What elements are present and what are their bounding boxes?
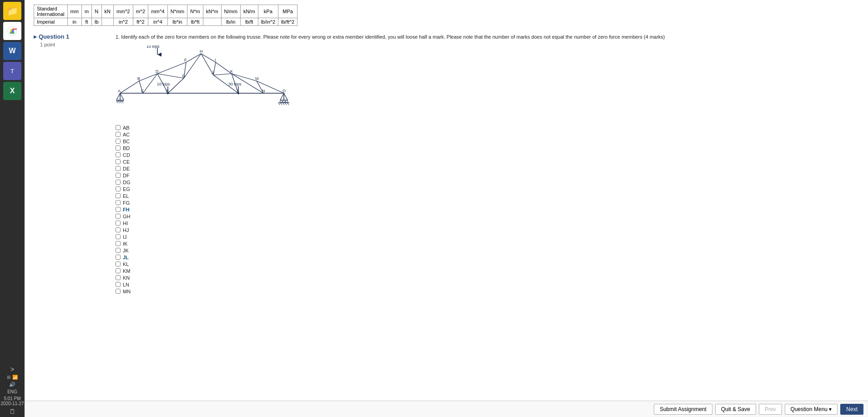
checkbox-label-mn: MN (123, 289, 131, 294)
question-label: Question 1 (34, 33, 106, 40)
checkbox-item-bd: BD (116, 146, 859, 151)
bottom-bar: Submit Assignment Quit & Save Prev Quest… (25, 401, 868, 417)
checkbox-label-cd: CD (123, 152, 130, 158)
checkbox-label-fg: FG (123, 200, 130, 206)
checkbox-ab[interactable] (116, 125, 121, 130)
node-J: J (212, 70, 214, 75)
checkbox-el[interactable] (116, 193, 121, 198)
content-area: StandardInternational mm m N kN mm^2 m^2… (25, 0, 868, 401)
files-icon[interactable]: 📁 (3, 2, 21, 20)
notification-icon[interactable]: 🗒 (9, 408, 15, 415)
checkbox-mn[interactable] (116, 289, 121, 294)
svg-line-15 (278, 103, 280, 105)
checkbox-label-gh: GH (123, 214, 131, 219)
quit-save-button[interactable]: Quit & Save (715, 404, 756, 415)
checkbox-gh[interactable] (116, 214, 121, 219)
unit-N: N (92, 5, 102, 18)
checkbox-ik[interactable] (116, 241, 121, 246)
truss-diagram: A B C D E F G H I J K L M N O (116, 45, 859, 116)
taskbar-icons: ⊞📶 (7, 375, 18, 380)
checkbox-fh[interactable] (116, 207, 121, 212)
checkbox-ij[interactable] (116, 234, 121, 239)
checkbox-item-dg: DG (116, 180, 859, 185)
node-D: D (156, 69, 159, 74)
next-button[interactable]: Next (840, 404, 863, 415)
checkbox-label-kl: KL (123, 261, 129, 267)
question-menu-button[interactable]: Question Menu ▾ (785, 404, 838, 415)
svg-line-16 (281, 103, 282, 105)
checkbox-fg[interactable] (116, 200, 121, 205)
units-table: StandardInternational mm m N kN mm^2 m^2… (34, 5, 298, 26)
checkbox-eg[interactable] (116, 186, 121, 191)
checkbox-item-hi: HI (116, 221, 859, 226)
checkbox-label-hj: HJ (123, 227, 129, 233)
checkbox-ln[interactable] (116, 282, 121, 287)
checkbox-item-km: KM (116, 268, 859, 274)
chrome-icon[interactable] (3, 22, 21, 40)
checkbox-ac[interactable] (116, 132, 121, 137)
teams-icon[interactable]: T (3, 62, 21, 80)
checkbox-item-mn: MN (116, 289, 859, 294)
unit-m: m (81, 5, 91, 18)
unit-empty2 (203, 18, 221, 26)
checkbox-label-df: DF (123, 173, 130, 178)
unit-kN: kN (101, 5, 113, 18)
checkbox-bc[interactable] (116, 139, 121, 144)
checkbox-item-ln: LN (116, 282, 859, 287)
node-F: F (184, 58, 187, 62)
load-top: 10 kips (146, 45, 160, 49)
svg-line-38 (213, 62, 216, 75)
checkbox-list: ABACBCBDCDCEDEDFDGEGELFGFHGHHIHJIJIKJKJL… (116, 125, 859, 294)
unit-Nmm-per: N/mm (221, 5, 240, 18)
unit-m2: m^2 (133, 5, 148, 18)
checkbox-hj[interactable] (116, 227, 121, 232)
checkbox-bd[interactable] (116, 146, 121, 151)
checkbox-label-ce: CE (123, 159, 130, 165)
svg-point-13 (286, 100, 288, 102)
truss-svg: A B C D E F G H I J K L M N O (116, 45, 307, 116)
checkbox-ce[interactable] (116, 159, 121, 164)
submit-assignment-button[interactable]: Submit Assignment (654, 404, 712, 415)
svg-point-12 (283, 100, 285, 102)
unit-system-si: StandardInternational (34, 5, 68, 18)
checkbox-dg[interactable] (116, 180, 121, 185)
checkbox-item-ij: IJ (116, 234, 859, 240)
checkbox-label-ab: AB (123, 125, 130, 131)
checkbox-df[interactable] (116, 173, 121, 178)
load-bottom-right: 30 kips (228, 82, 242, 86)
svg-line-34 (186, 54, 201, 62)
checkbox-label-jk: JK (123, 248, 129, 253)
node-I: I (215, 58, 216, 62)
checkbox-jk[interactable] (116, 248, 121, 253)
checkbox-hi[interactable] (116, 221, 121, 226)
node-O: O (283, 89, 286, 93)
unit-lbft-per: lb/ft (240, 18, 258, 26)
checkbox-label-fh: FH (123, 207, 130, 212)
checkbox-kn[interactable] (116, 275, 121, 280)
excel-icon[interactable]: X (3, 82, 21, 100)
checkbox-label-bc: BC (123, 139, 130, 144)
unit-kNm-per: kN/m (240, 5, 258, 18)
unit-lbin: lb*in (167, 18, 187, 26)
checkbox-km[interactable] (116, 268, 121, 273)
svg-marker-51 (237, 93, 240, 95)
svg-line-17 (283, 103, 284, 105)
checkbox-kl[interactable] (116, 261, 121, 266)
svg-line-8 (122, 101, 123, 103)
unit-lbft: lb*ft (187, 18, 203, 26)
checkbox-item-df: DF (116, 173, 859, 178)
checkbox-label-de: DE (123, 166, 130, 171)
unit-kPa: kPa (258, 5, 278, 18)
unit-lbft2: lb/ft^2 (278, 18, 298, 26)
question-left: Question 1 1 point (34, 33, 106, 294)
checkbox-label-bd: BD (123, 146, 130, 151)
language-indicator: ENG (7, 389, 17, 394)
checkbox-jl[interactable] (116, 255, 121, 260)
checkbox-de[interactable] (116, 166, 121, 171)
checkbox-label-ac: AC (123, 132, 130, 137)
checkbox-cd[interactable] (116, 152, 121, 157)
checkbox-item-ab: AB (116, 125, 859, 131)
prev-button[interactable]: Prev (759, 404, 782, 415)
word-icon[interactable]: W (3, 42, 21, 60)
expand-icon[interactable]: > (10, 366, 14, 373)
